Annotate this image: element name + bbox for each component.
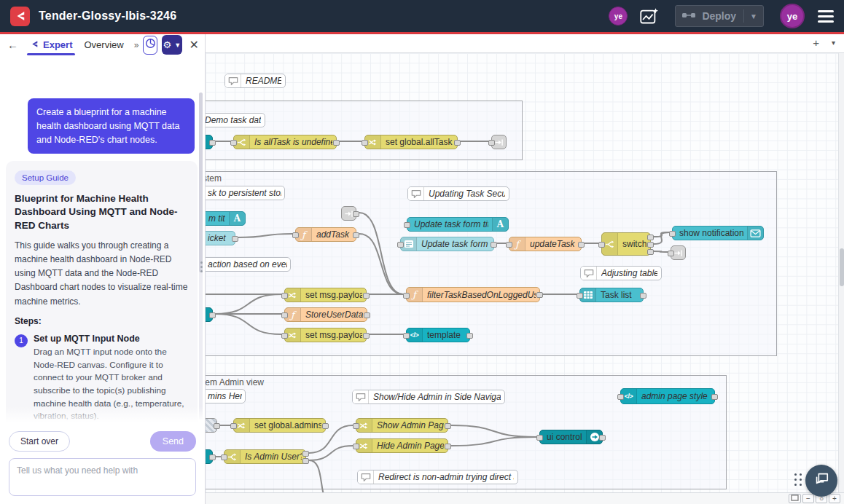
output-port[interactable] xyxy=(363,333,370,339)
cmt-persistent-node[interactable]: sk to persistent storage xyxy=(206,186,285,200)
output-port[interactable] xyxy=(711,394,718,400)
input-port[interactable] xyxy=(403,333,410,339)
input-port[interactable] xyxy=(281,312,288,318)
link-2-node[interactable] xyxy=(671,245,686,260)
set-msg-payload-2-node[interactable]: set msg.payload xyxy=(284,328,367,342)
output-port[interactable] xyxy=(647,242,654,248)
cmt-adjusting-table-node[interactable]: Adjusting table xyxy=(580,266,662,280)
input-port[interactable] xyxy=(536,435,543,441)
show-admin-page-node[interactable]: Show Admin Page xyxy=(356,418,448,433)
update-task-form-title-node[interactable]: AUpdate task form title xyxy=(407,217,509,232)
output-port[interactable] xyxy=(333,140,340,146)
input-port[interactable] xyxy=(397,242,404,248)
output-port[interactable] xyxy=(491,242,497,248)
output-port[interactable] xyxy=(647,249,654,255)
zoom-out-button[interactable]: − xyxy=(802,494,814,503)
update-task-node[interactable]: ƒupdateTask xyxy=(509,237,582,251)
back-arrow-icon[interactable]: ← xyxy=(7,39,18,51)
output-port[interactable] xyxy=(536,292,543,298)
avatar-large[interactable]: ye xyxy=(780,4,805,28)
demo-task-data-node[interactable]: Demo task data xyxy=(206,113,265,127)
output-port[interactable] xyxy=(599,435,606,441)
filter-task-node[interactable]: ƒfilterTaskBasedOnLoggedUser xyxy=(406,287,540,302)
admin-page-style-node[interactable]: </>admin page style xyxy=(620,388,715,404)
show-notification-node[interactable]: show notification xyxy=(672,226,764,240)
set-msg-payload-1-node[interactable]: set msg.payload xyxy=(284,288,367,302)
add-task-node[interactable]: ƒaddTask xyxy=(295,227,356,242)
switch-2-node[interactable]: switch xyxy=(601,232,651,256)
input-port[interactable] xyxy=(292,232,299,238)
input-port[interactable] xyxy=(598,242,605,248)
chevron-double-icon[interactable]: » xyxy=(134,40,139,50)
input-port[interactable] xyxy=(353,444,359,449)
flow-workspace[interactable]: ystemstem Admin viewREADMEDemo task data… xyxy=(206,53,844,504)
hide-admin-page-node[interactable]: Hide Admin Page xyxy=(356,438,448,453)
panel-resize-grip[interactable] xyxy=(200,261,203,272)
output-port[interactable] xyxy=(209,312,216,318)
ui-control-node[interactable]: ui control xyxy=(539,430,603,444)
input-port[interactable] xyxy=(353,423,359,429)
chevron-down-icon[interactable]: ▼ xyxy=(750,12,757,20)
output-port[interactable] xyxy=(209,140,216,146)
deploy-button[interactable]: Deploy ▼ xyxy=(675,5,764,27)
output-port[interactable] xyxy=(445,423,451,429)
input-port[interactable] xyxy=(668,251,674,256)
stub-1-node[interactable] xyxy=(206,135,213,149)
tab-list-caret-icon[interactable]: ▾ xyxy=(832,39,835,47)
input-port[interactable] xyxy=(617,394,624,400)
flowfuse-logo-icon[interactable] xyxy=(10,7,30,26)
output-port[interactable] xyxy=(363,293,370,299)
add-tab-icon[interactable]: + xyxy=(813,36,819,49)
stub-2-node[interactable] xyxy=(206,307,213,322)
template-node[interactable]: </>template xyxy=(406,328,470,342)
input-port[interactable] xyxy=(577,293,583,299)
settings-dropdown-button[interactable]: ⚙▼ xyxy=(162,35,181,55)
start-over-button[interactable]: Start over xyxy=(9,431,70,452)
help-input[interactable] xyxy=(9,458,196,496)
is-admin-user-node[interactable]: Is Admin User? xyxy=(224,449,306,464)
output-port[interactable] xyxy=(322,423,329,429)
send-button[interactable]: Send xyxy=(150,431,196,452)
cmt-updating-task-node[interactable]: Updating Task Securely xyxy=(407,186,509,201)
output-port[interactable] xyxy=(647,235,654,240)
input-port[interactable] xyxy=(230,140,237,146)
cmt-action-event-node[interactable]: action based on event xyxy=(206,257,291,272)
cmt-mins-here-node[interactable]: mins Here xyxy=(206,389,246,403)
zoom-in-button[interactable]: + xyxy=(829,494,840,503)
set-global-alltask-node[interactable]: set global.allTask xyxy=(364,135,458,149)
ticket-stub-node[interactable]: icket xyxy=(206,231,235,245)
output-port[interactable] xyxy=(302,451,309,457)
form-title-stub-node[interactable]: Am title xyxy=(206,211,246,226)
output-port[interactable] xyxy=(445,444,451,449)
navigator-button[interactable] xyxy=(789,494,801,503)
input-port[interactable] xyxy=(230,423,237,429)
link-1-node[interactable] xyxy=(491,135,507,149)
readme-node[interactable]: README xyxy=(224,74,286,88)
input-port[interactable] xyxy=(281,333,288,339)
link-in-node[interactable] xyxy=(341,206,356,221)
input-port[interactable] xyxy=(403,293,410,299)
canvas-vertical-scrollbar[interactable] xyxy=(838,53,844,492)
output-port[interactable] xyxy=(353,232,359,238)
input-port[interactable] xyxy=(362,140,368,146)
input-port[interactable] xyxy=(404,222,410,228)
task-list-node[interactable]: Task list xyxy=(579,288,644,302)
ai-assistant-icon[interactable] xyxy=(639,7,659,25)
output-port[interactable] xyxy=(364,312,370,318)
panel-scrollbar[interactable] xyxy=(199,92,203,420)
set-global-admins-node[interactable]: set global.admins xyxy=(233,418,326,433)
cmt-show-hide-admin-node[interactable]: Show/Hide Admin in Side Navigation xyxy=(352,390,505,404)
assistant-chat-fab[interactable] xyxy=(805,465,837,497)
input-port[interactable] xyxy=(506,242,512,248)
pie-chart-button[interactable] xyxy=(143,36,157,55)
tab-overview[interactable]: Overview xyxy=(78,34,129,55)
output-port[interactable] xyxy=(578,242,585,248)
store-user-data-node[interactable]: ƒStoreUserData xyxy=(284,307,367,322)
hamburger-menu-icon[interactable] xyxy=(818,10,834,23)
input-port[interactable] xyxy=(669,231,676,237)
close-icon[interactable]: ✕ xyxy=(189,38,199,52)
output-port[interactable] xyxy=(454,140,461,146)
output-port[interactable] xyxy=(353,211,359,217)
is-alltask-undefined-node[interactable]: Is allTask is undefined xyxy=(233,135,337,149)
output-port[interactable] xyxy=(640,293,646,299)
